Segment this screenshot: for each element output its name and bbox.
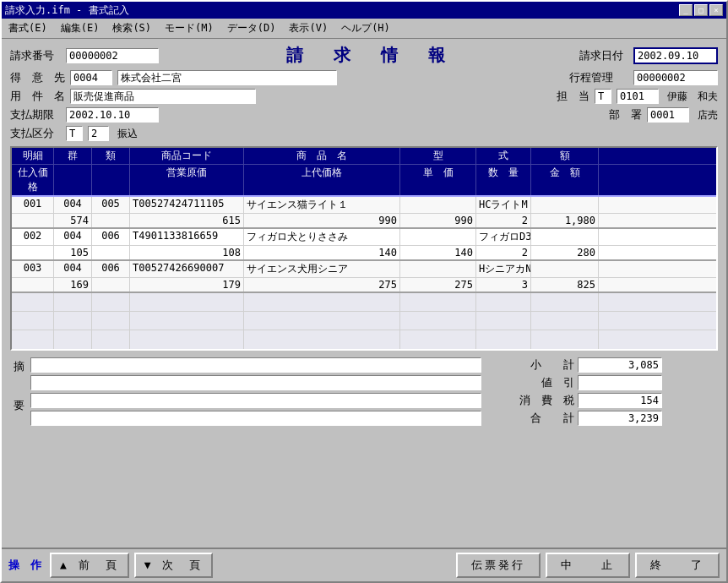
process-management-input[interactable]: [633, 70, 718, 85]
maximize-button[interactable]: □: [694, 4, 708, 16]
cell-002b-suryo: 2: [476, 246, 531, 259]
col-header-gun: 群: [54, 148, 92, 164]
issue-button[interactable]: 伝票発行: [456, 553, 541, 578]
menu-item-search[interactable]: 検索(S): [109, 20, 155, 36]
discount-input[interactable]: [578, 375, 662, 390]
cell-003b-blank2: [92, 278, 130, 292]
menu-item-view[interactable]: 表示(V): [285, 20, 331, 36]
subject-input[interactable]: [70, 89, 256, 104]
table-row[interactable]: 169 179 275 275 3 825: [12, 278, 716, 293]
table-row[interactable]: [12, 293, 716, 312]
total-input[interactable]: [578, 411, 662, 426]
table-row[interactable]: [12, 312, 716, 330]
payment-type-num-input[interactable]: [88, 126, 109, 141]
menu-item-file[interactable]: 書式(E): [5, 20, 51, 36]
cell-002-gun: 004: [54, 229, 92, 245]
prev-page-button[interactable]: ▲ 前 頁: [50, 553, 129, 578]
customer-label: 得 意 先: [10, 70, 65, 85]
bottom-area: 摘 要 小 計 値 引: [10, 357, 718, 426]
payment-type-code-input[interactable]: [66, 126, 83, 141]
memo-label-top: 摘: [10, 357, 27, 374]
table-row[interactable]: 003 004 006 T00527426690007 サイエンス犬用シニア H…: [12, 261, 716, 278]
cell-003b-kingaku: 825: [531, 278, 599, 292]
footer: 操 作 ▲ 前 頁 ▼ 次 頁 伝票発行 中 止 終 了: [2, 548, 726, 581]
menu-item-help[interactable]: ヘルプ(H): [338, 20, 394, 36]
cell-002b-blank2: [92, 246, 130, 259]
totals-section: 小 計 値 引 消 費 税 合 計: [490, 357, 718, 426]
col-header-amount: 額: [531, 148, 599, 164]
prev-arrow-icon: ▲: [60, 558, 69, 571]
menu-item-edit[interactable]: 編集(E): [57, 20, 103, 36]
form-row-4: 支払期限 部 署 店売: [10, 107, 718, 123]
col-header-meisai: 明細: [12, 148, 54, 164]
col-header-shiki: 式: [476, 148, 531, 164]
invoice-date-input[interactable]: [633, 47, 718, 64]
cell-003-shiki: HシニアカN: [476, 261, 531, 277]
titlebar-buttons: _ □ ×: [679, 4, 723, 16]
department-code-input[interactable]: [647, 107, 689, 123]
menu-item-data[interactable]: データ(D): [224, 20, 280, 36]
col-header-code: 商品コード: [130, 148, 244, 164]
table-row[interactable]: 001 004 005 T00527424711105 サイエンス猫ライト１ H…: [12, 197, 716, 214]
minimize-button[interactable]: _: [679, 4, 693, 16]
invoice-number-label: 請求番号: [10, 48, 61, 63]
next-page-button[interactable]: ▼ 次 頁: [134, 553, 214, 578]
payment-date-input[interactable]: [66, 107, 159, 123]
cell-001b-blank: 574: [54, 214, 92, 227]
cell-003b-eigyo: 179: [130, 278, 244, 292]
main-window: 請求入力.ifm - 書式記入 _ □ × 書式(E) 編集(E) 検索(S) …: [0, 0, 728, 583]
cell-001b-blank2: [92, 214, 130, 227]
end-button[interactable]: 終 了: [635, 553, 720, 578]
form-row-5: 支払区分 振込: [10, 126, 718, 141]
cell-003-name: サイエンス犬用シニア: [244, 261, 400, 277]
close-button[interactable]: ×: [709, 4, 723, 16]
invoice-number-input[interactable]: [66, 48, 159, 63]
cell-003-meisai: 003: [12, 261, 54, 277]
table-row[interactable]: 002 004 006 T4901133816659 フィガロ犬とりささみ フィ…: [12, 229, 716, 246]
cell-001-gun: 004: [54, 197, 92, 213]
customer-code-input[interactable]: [70, 70, 112, 85]
menu-item-mode[interactable]: モード(M): [161, 20, 217, 36]
page-title: 請 求 情 報: [164, 44, 574, 67]
process-management-label: 行程管理: [569, 70, 628, 85]
memo-label-bottom: 要: [10, 376, 27, 413]
cell-001b-jodai: 990: [244, 214, 400, 227]
memo-input-2[interactable]: [30, 375, 481, 390]
col-sub-eigyo: 営業原価: [130, 165, 244, 195]
subtotal-input[interactable]: [578, 357, 662, 373]
cell-003-gun: 004: [54, 261, 92, 277]
tax-input[interactable]: [578, 393, 662, 408]
person-name: 伊藤 和夫: [667, 90, 718, 104]
col-sub-kingaku: 金 額: [531, 165, 599, 195]
window-title: 請求入力.ifm - 書式記入: [5, 3, 129, 18]
cell-003-type: [400, 261, 476, 277]
cell-002b-tanka: 140: [400, 246, 476, 259]
memo-input-3[interactable]: [30, 393, 481, 408]
cell-003b-jodai: 275: [244, 278, 400, 292]
form-row-3: 用 件 名 担 当 伊藤 和夫: [10, 89, 718, 104]
invoice-date-label: 請求日付: [579, 48, 630, 63]
person-type-input[interactable]: [595, 89, 611, 104]
cell-002-rui: 006: [92, 229, 130, 245]
payment-date-label: 支払期限: [10, 107, 61, 123]
table-row[interactable]: 105 108 140 140 2 280: [12, 246, 716, 261]
tax-label: 消 費 税: [490, 393, 574, 408]
table-row[interactable]: [12, 330, 716, 349]
form-row-1: 請求番号 請 求 情 報 請求日付: [10, 44, 718, 67]
cell-001-name: サイエンス猫ライト１: [244, 197, 400, 213]
table-row[interactable]: 574 615 990 990 2 1,980: [12, 214, 716, 229]
customer-name-input[interactable]: [117, 70, 337, 85]
cell-003-amount: [531, 261, 599, 277]
person-code-input[interactable]: [617, 89, 659, 104]
memo-section: 摘 要: [10, 357, 481, 426]
cell-001b-shiire: [12, 214, 54, 227]
subtotal-row: 小 計: [490, 357, 718, 373]
cell-002-type: [400, 229, 476, 245]
cell-002b-jodai: 140: [244, 246, 400, 259]
discount-label: 値 引: [490, 375, 574, 390]
menubar: 書式(E) 編集(E) 検索(S) モード(M) データ(D) 表示(V) ヘル…: [2, 19, 726, 39]
memo-input-4[interactable]: [30, 411, 481, 426]
cancel-button[interactable]: 中 止: [546, 553, 630, 578]
memo-input-1[interactable]: [30, 357, 481, 373]
col-sub-blank1: [54, 165, 92, 195]
